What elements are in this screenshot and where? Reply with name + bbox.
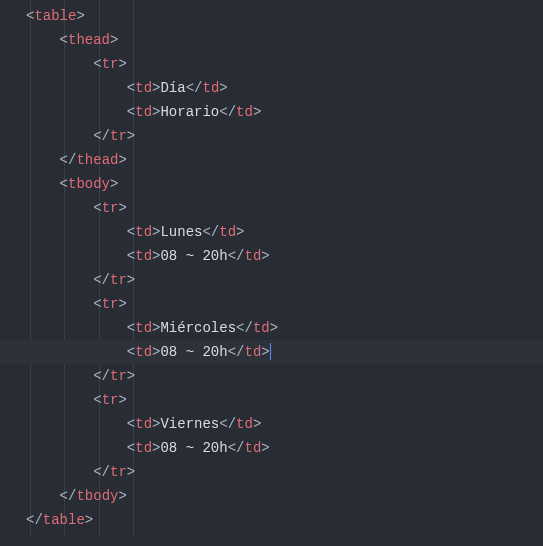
punct-token: </	[93, 368, 110, 384]
tag-token: td	[135, 320, 152, 336]
punct-token: <	[93, 200, 101, 216]
punct-token: </	[219, 416, 236, 432]
code-line[interactable]: </tr>	[0, 460, 543, 484]
punct-token: <	[93, 56, 101, 72]
punct-token: <	[127, 344, 135, 360]
punct-token: </	[202, 224, 219, 240]
code-line[interactable]: <td>Lunes</td>	[0, 220, 543, 244]
punct-token: >	[270, 320, 278, 336]
punct-token: >	[253, 416, 261, 432]
punct-token: >	[110, 32, 118, 48]
tag-token: thead	[68, 32, 110, 48]
punct-token: </	[93, 464, 110, 480]
code-line[interactable]: <tr>	[0, 52, 543, 76]
punct-token: >	[219, 80, 227, 96]
tag-token: tr	[110, 272, 127, 288]
code-editor[interactable]: <table> <thead> <tr> <td>Día</td> <td>Ho…	[0, 0, 543, 536]
tag-token: thead	[76, 152, 118, 168]
punct-token: >	[127, 272, 135, 288]
punct-token: >	[127, 368, 135, 384]
code-line[interactable]: </tr>	[0, 364, 543, 388]
punct-token: <	[127, 80, 135, 96]
punct-token: </	[228, 344, 245, 360]
tag-token: td	[135, 416, 152, 432]
code-line[interactable]: <tr>	[0, 196, 543, 220]
code-line[interactable]: <tr>	[0, 292, 543, 316]
punct-token: </	[186, 80, 203, 96]
tag-token: td	[135, 224, 152, 240]
tag-token: td	[135, 248, 152, 264]
punct-token: <	[127, 416, 135, 432]
tag-token: td	[202, 80, 219, 96]
punct-token: >	[261, 248, 269, 264]
punct-token: </	[93, 272, 110, 288]
code-line[interactable]: <td>08 ~ 20h</td>	[0, 340, 543, 364]
punct-token: >	[118, 56, 126, 72]
tag-token: tr	[102, 200, 119, 216]
code-line[interactable]: <td>Día</td>	[0, 76, 543, 100]
punct-token: <	[127, 224, 135, 240]
tag-token: td	[135, 344, 152, 360]
text-token: Horario	[160, 104, 219, 120]
text-token: Viernes	[160, 416, 219, 432]
tag-token: td	[219, 224, 236, 240]
code-line[interactable]: </tbody>	[0, 484, 543, 508]
punct-token: </	[60, 488, 77, 504]
text-token: 08 ~ 20h	[160, 248, 227, 264]
code-line[interactable]: </table>	[0, 508, 543, 532]
punct-token: </	[219, 104, 236, 120]
tag-token: td	[236, 416, 253, 432]
punct-token: <	[127, 320, 135, 336]
tag-token: td	[244, 344, 261, 360]
code-line[interactable]: </tr>	[0, 124, 543, 148]
punct-token: >	[127, 128, 135, 144]
code-line[interactable]: <td>Viernes</td>	[0, 412, 543, 436]
punct-token: <	[127, 248, 135, 264]
tag-token: td	[236, 104, 253, 120]
punct-token: </	[228, 248, 245, 264]
code-line[interactable]: <tr>	[0, 388, 543, 412]
punct-token: <	[93, 296, 101, 312]
tag-token: table	[34, 8, 76, 24]
punct-token: >	[127, 464, 135, 480]
punct-token: >	[118, 200, 126, 216]
code-line[interactable]: </thead>	[0, 148, 543, 172]
code-line[interactable]: <td>Miércoles</td>	[0, 316, 543, 340]
tag-token: tr	[110, 368, 127, 384]
code-line[interactable]: <td>08 ~ 20h</td>	[0, 436, 543, 460]
code-line[interactable]: <table>	[0, 4, 543, 28]
punct-token: >	[253, 104, 261, 120]
punct-token: <	[93, 392, 101, 408]
text-cursor	[270, 343, 271, 360]
punct-token: >	[118, 152, 126, 168]
tag-token: tbody	[76, 488, 118, 504]
code-line[interactable]: <thead>	[0, 28, 543, 52]
tag-token: td	[135, 440, 152, 456]
punct-token: </	[93, 128, 110, 144]
text-token: Día	[160, 80, 185, 96]
punct-token: >	[110, 176, 118, 192]
punct-token: </	[228, 440, 245, 456]
tag-token: tr	[102, 296, 119, 312]
code-line[interactable]: <td>08 ~ 20h</td>	[0, 244, 543, 268]
text-token: 08 ~ 20h	[160, 440, 227, 456]
punct-token: >	[236, 224, 244, 240]
punct-token: </	[236, 320, 253, 336]
tag-token: td	[244, 440, 261, 456]
text-token: Miércoles	[160, 320, 236, 336]
punct-token: >	[261, 344, 269, 360]
punct-token: </	[60, 152, 77, 168]
punct-token: <	[127, 104, 135, 120]
tag-token: tr	[110, 128, 127, 144]
code-line[interactable]: <tbody>	[0, 172, 543, 196]
tag-token: tr	[110, 464, 127, 480]
tag-token: td	[244, 248, 261, 264]
code-line[interactable]: <td>Horario</td>	[0, 100, 543, 124]
tag-token: td	[135, 104, 152, 120]
tag-token: td	[135, 80, 152, 96]
punct-token: >	[118, 392, 126, 408]
punct-token: <	[60, 176, 68, 192]
punct-token: <	[60, 32, 68, 48]
punct-token: >	[85, 512, 93, 528]
code-line[interactable]: </tr>	[0, 268, 543, 292]
